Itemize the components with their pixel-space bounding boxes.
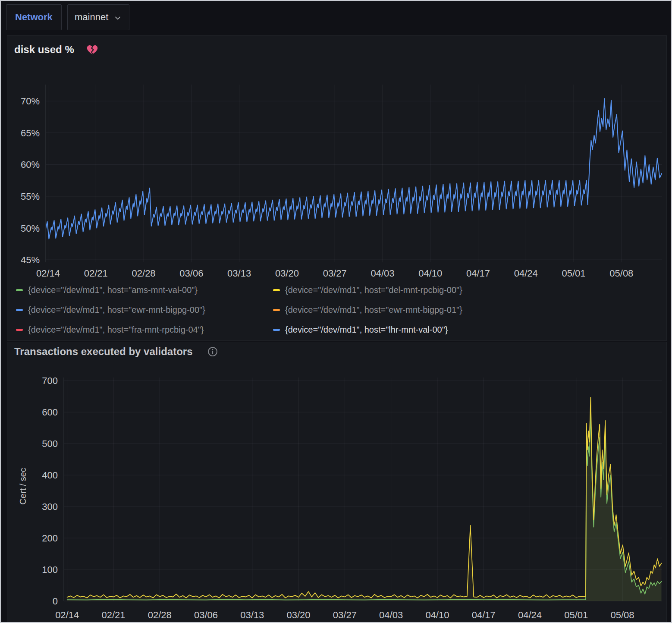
legend-label[interactable]: {device="/dev/md1", host="ewr-mnt-bigpg-… — [28, 305, 205, 315]
x-tick-label: 05/08 — [611, 610, 634, 620]
x-tick-label: 04/03 — [371, 268, 394, 279]
y-tick-label: 60% — [21, 159, 40, 170]
variable-label: Network — [15, 12, 53, 23]
x-tick-label: 03/27 — [333, 610, 357, 620]
series-line[interactable] — [42, 98, 662, 239]
series-fill — [67, 397, 662, 601]
y-tick-label: 500 — [42, 438, 58, 449]
chevron-down-icon — [113, 14, 122, 22]
x-tick-label: 04/10 — [418, 268, 442, 279]
x-tick-label: 04/17 — [472, 610, 496, 620]
x-tick-label: 04/17 — [466, 268, 490, 279]
legend-item[interactable]: {device="/dev/md1", host="ams-mnt-val-00… — [16, 280, 273, 300]
x-tick-label: 05/01 — [564, 610, 588, 620]
legend-label[interactable]: {device="/dev/md1", host="lhr-mnt-val-00… — [285, 325, 448, 335]
network-dropdown[interactable]: mainnet — [67, 4, 129, 30]
x-tick-label: 04/24 — [518, 610, 542, 620]
x-tick-label: 02/28 — [132, 268, 156, 279]
panel-transactions: Transactions executed by validators Cert… — [7, 342, 667, 623]
y-tick-label: 200 — [42, 533, 58, 544]
panel-disk-used: disk used % 02/1402/2102/2803/0603/1303/… — [7, 35, 667, 341]
legend-swatch-icon — [273, 309, 280, 311]
x-tick-label: 02/14 — [36, 268, 60, 279]
x-tick-label: 02/21 — [101, 610, 125, 620]
x-tick-label: 04/10 — [425, 610, 449, 620]
legend-item[interactable]: {device="/dev/md1", host="fra-mnt-rpcbig… — [16, 320, 273, 340]
y-tick-label: 600 — [42, 407, 58, 418]
y-tick-label: 300 — [42, 501, 58, 512]
transactions-chart[interactable]: 02/1402/2102/2803/0603/1303/2003/2704/03… — [7, 342, 667, 623]
y-tick-label: 100 — [42, 564, 58, 575]
legend-swatch-icon — [273, 329, 280, 331]
x-tick-label: 03/20 — [275, 268, 299, 279]
y-tick-label: 50% — [21, 223, 40, 234]
x-tick-label: 05/08 — [609, 268, 633, 279]
disk-used-legend: {device="/dev/md1", host="ams-mnt-val-00… — [16, 280, 661, 340]
x-tick-label: 04/24 — [514, 268, 538, 279]
x-tick-label: 02/14 — [55, 610, 79, 620]
y-tick-label: 70% — [21, 96, 40, 107]
legend-swatch-icon — [16, 329, 23, 331]
network-dropdown-value[interactable]: mainnet — [75, 12, 108, 23]
dashboard-toolbar: Network mainnet — [1, 1, 671, 35]
x-tick-label: 03/13 — [240, 610, 264, 620]
x-tick-label: 03/06 — [194, 610, 218, 620]
series-line[interactable] — [67, 412, 662, 600]
x-tick-label: 02/21 — [84, 268, 108, 279]
x-tick-label: 02/28 — [148, 610, 172, 620]
legend-item[interactable]: {device="/dev/md1", host="del-mnt-rpcbig… — [273, 280, 661, 300]
dashboard: { "toolbar": { "variable_label": "Networ… — [0, 0, 672, 623]
x-tick-label: 03/27 — [323, 268, 347, 279]
y-tick-label: 65% — [21, 128, 40, 138]
x-tick-label: 04/03 — [379, 610, 403, 620]
legend-item[interactable]: {device="/dev/md1", host="ewr-mnt-bigpg-… — [273, 300, 661, 320]
x-tick-label: 03/13 — [227, 268, 251, 279]
legend-item[interactable]: {device="/dev/md1", host="lhr-mnt-val-00… — [273, 320, 661, 340]
y-tick-label: 55% — [21, 191, 40, 202]
y-tick-label: 400 — [42, 470, 58, 481]
legend-label[interactable]: {device="/dev/md1", host="ams-mnt-val-00… — [28, 285, 198, 295]
y-tick-label: 700 — [42, 375, 58, 386]
x-tick-label: 05/01 — [562, 268, 586, 279]
legend-label[interactable]: {device="/dev/md1", host="del-mnt-rpcbig… — [285, 285, 462, 295]
legend-item[interactable]: {device="/dev/md1", host="ewr-mnt-bigpg-… — [16, 300, 273, 320]
legend-swatch-icon — [273, 289, 280, 291]
variable-label-box: Network — [6, 4, 62, 30]
legend-swatch-icon — [16, 289, 23, 291]
x-tick-label: 03/20 — [287, 610, 311, 620]
series-line[interactable] — [67, 397, 662, 598]
legend-swatch-icon — [16, 309, 23, 311]
x-tick-label: 03/06 — [179, 268, 203, 279]
y-tick-label: 45% — [21, 255, 40, 265]
legend-label[interactable]: {device="/dev/md1", host="ewr-mnt-bigpg-… — [285, 305, 462, 315]
y-tick-label: 0 — [53, 596, 58, 607]
legend-label[interactable]: {device="/dev/md1", host="fra-mnt-rpcbig… — [28, 325, 204, 335]
